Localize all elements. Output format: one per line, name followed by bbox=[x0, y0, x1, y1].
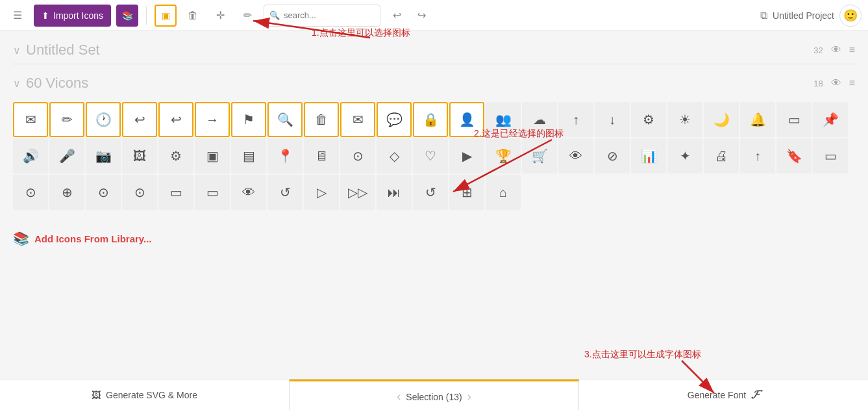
icon-cell[interactable]: ♡ bbox=[413, 138, 448, 173]
icon-cell[interactable]: ◇ bbox=[377, 138, 412, 173]
redo-button[interactable]: ↪ bbox=[410, 5, 432, 27]
menu-button[interactable]: ☰ bbox=[6, 5, 29, 27]
right-arrow[interactable]: › bbox=[467, 390, 471, 404]
icon-cell[interactable]: 🌙 bbox=[704, 102, 739, 137]
icon-cell[interactable]: ↩ bbox=[158, 102, 193, 137]
icon-cell[interactable]: 🖼 bbox=[122, 138, 157, 173]
icon-cell[interactable]: 🔒 bbox=[413, 102, 448, 137]
icon-cell[interactable]: ▷▷ bbox=[340, 175, 375, 210]
search-box[interactable]: 🔍 bbox=[264, 5, 380, 27]
icon-cell[interactable]: ↺ bbox=[267, 175, 303, 210]
select-tool-button[interactable]: ▣ bbox=[155, 5, 177, 27]
chevron-icon-2[interactable]: ∨ bbox=[13, 77, 21, 90]
icon-cell[interactable]: ↑ bbox=[740, 138, 775, 173]
icon-cell[interactable]: ▭ bbox=[158, 175, 193, 210]
icon-cell[interactable]: ↓ bbox=[595, 102, 630, 137]
vicons-count: 18 bbox=[813, 79, 823, 88]
generate-svg-section[interactable]: 🖼 Generate SVG & More bbox=[0, 379, 290, 410]
library-button[interactable]: 📚 bbox=[116, 5, 138, 27]
icon-cell[interactable]: ↑ bbox=[558, 102, 593, 137]
icon-cell[interactable]: ⊙ bbox=[13, 175, 48, 210]
visibility-icon[interactable]: 👁 bbox=[831, 44, 841, 56]
delete-button[interactable]: 🗑 bbox=[182, 5, 204, 27]
icon-cell[interactable]: ⏭ bbox=[377, 175, 412, 210]
icon-cell[interactable]: 🏆 bbox=[486, 138, 521, 173]
icon-cell[interactable]: ▷ bbox=[304, 175, 339, 210]
icon-cell[interactable]: ✉ bbox=[340, 102, 375, 137]
icon-cell[interactable]: ⊕ bbox=[49, 175, 84, 210]
icon-cell[interactable]: ⊙ bbox=[86, 175, 121, 210]
icon-cell[interactable]: ☀ bbox=[667, 102, 702, 137]
icon-cell[interactable]: 🔔 bbox=[740, 102, 775, 137]
icon-cell[interactable]: ↺ bbox=[413, 175, 448, 210]
chevron-icon[interactable]: ∨ bbox=[13, 44, 21, 57]
project-name: Untitled Project bbox=[773, 10, 834, 21]
icon-cell[interactable]: 🔊 bbox=[13, 138, 48, 173]
separator1 bbox=[146, 6, 147, 25]
icon-cell[interactable]: 🛒 bbox=[522, 138, 557, 173]
icon-cell[interactable]: ▣ bbox=[195, 138, 230, 173]
icon-cell[interactable]: 📍 bbox=[267, 138, 303, 173]
icon-cell[interactable]: 📌 bbox=[813, 102, 848, 137]
library-icon: 📚 bbox=[122, 10, 133, 21]
vicons-visibility-icon[interactable]: 👁 bbox=[831, 77, 841, 89]
icon-cell[interactable]: ⊙ bbox=[340, 138, 375, 173]
icon-cell[interactable]: 🖨 bbox=[704, 138, 739, 173]
user-avatar[interactable]: 🙂 bbox=[839, 5, 862, 27]
icon-cell[interactable]: 👥 bbox=[486, 102, 521, 137]
icon-cell[interactable]: 👁 bbox=[558, 138, 593, 173]
icon-cell[interactable]: ▤ bbox=[231, 138, 266, 173]
cursor-icon: ▣ bbox=[162, 10, 170, 21]
icon-cell[interactable]: 📊 bbox=[631, 138, 666, 173]
icon-cell[interactable]: 🔖 bbox=[776, 138, 812, 173]
icon-cell[interactable]: ▭ bbox=[813, 138, 848, 173]
undo-redo-group: ↩ ↪ bbox=[386, 5, 432, 27]
icon-cell[interactable]: ✦ bbox=[667, 138, 702, 173]
icon-cell[interactable]: ⚑ bbox=[231, 102, 266, 137]
undo-button[interactable]: ↩ bbox=[386, 5, 408, 27]
import-icons-button[interactable]: ⬆ Import Icons bbox=[34, 5, 111, 27]
icon-cell[interactable]: → bbox=[195, 102, 230, 137]
icon-cell[interactable]: ✏ bbox=[49, 102, 84, 137]
import-label: Import Icons bbox=[53, 10, 103, 21]
icon-cell[interactable]: ▶ bbox=[449, 138, 484, 173]
icon-cell[interactable]: ⌂ bbox=[486, 175, 521, 210]
vicons-section-name: 60 Vicons bbox=[26, 75, 88, 92]
generate-svg-label: Generate SVG & More bbox=[106, 390, 197, 400]
generate-font-section[interactable]: Generate Font 𝓕 bbox=[579, 379, 868, 410]
generate-svg-icon: 🖼 bbox=[92, 390, 101, 400]
main-content: ∨ Untitled Set 32 👁 ≡ ∨ 60 Vicons 18 👁 ≡… bbox=[0, 31, 868, 379]
edit-button[interactable]: ✏ bbox=[236, 5, 258, 27]
left-arrow[interactable]: ‹ bbox=[397, 390, 401, 404]
icon-cell[interactable]: ▭ bbox=[195, 175, 230, 210]
library-add-icon: 📚 bbox=[13, 231, 29, 246]
icon-cell[interactable]: ⊘ bbox=[595, 138, 630, 173]
icon-cell[interactable]: 👁 bbox=[231, 175, 266, 210]
vicons-menu-icon[interactable]: ≡ bbox=[849, 77, 855, 89]
untitled-set-title: ∨ Untitled Set bbox=[13, 42, 100, 58]
icon-cell[interactable]: 💬 bbox=[377, 102, 412, 137]
search-input[interactable] bbox=[284, 10, 375, 20]
icon-cell[interactable]: ⊞ bbox=[449, 175, 484, 210]
icon-cell[interactable]: ✉ bbox=[13, 102, 48, 137]
icon-cell[interactable]: ▭ bbox=[776, 102, 812, 137]
move-button[interactable]: ✛ bbox=[209, 5, 231, 27]
add-icons-row[interactable]: 📚 Add Icons From Library... bbox=[0, 220, 868, 257]
icon-cell[interactable]: ⚙ bbox=[158, 138, 193, 173]
icon-cell[interactable]: 📷 bbox=[86, 138, 121, 173]
icon-cell[interactable]: ⊙ bbox=[122, 175, 157, 210]
icon-cell[interactable]: ↩ bbox=[122, 102, 157, 137]
selection-section[interactable]: ‹ Selection (13) › bbox=[290, 379, 579, 410]
icon-cell[interactable]: ⚙ bbox=[631, 102, 666, 137]
icon-cell[interactable]: 🕐 bbox=[86, 102, 121, 137]
section-menu-icon[interactable]: ≡ bbox=[849, 44, 855, 56]
vicons-meta: 18 👁 ≡ bbox=[813, 77, 855, 89]
icon-cell[interactable]: ☁ bbox=[522, 102, 557, 137]
icon-cell[interactable]: 🔍 bbox=[267, 102, 303, 137]
icon-cell[interactable]: 👤 bbox=[449, 102, 484, 137]
project-area: ⧉ Untitled Project bbox=[760, 10, 834, 21]
bottom-bar: 🖼 Generate SVG & More ‹ Selection (13) ›… bbox=[0, 379, 868, 410]
icon-cell[interactable]: 🗑 bbox=[304, 102, 339, 137]
icon-cell[interactable]: 🎤 bbox=[49, 138, 84, 173]
icon-cell[interactable]: 🖥 bbox=[304, 138, 339, 173]
